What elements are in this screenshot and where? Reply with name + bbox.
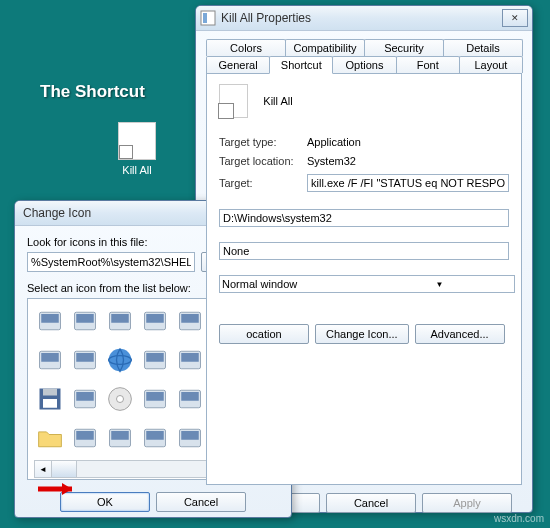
close-button[interactable]: ✕ [502,9,528,27]
svg-rect-46 [76,431,94,440]
shortcut-name-field[interactable] [260,93,509,109]
tab-security[interactable]: Security [364,39,444,56]
scroll-left-icon[interactable]: ◄ [35,461,52,477]
optical-icon[interactable] [139,344,171,376]
target-type-label: Target type: [219,136,307,148]
tab-content: Target type: Application Target location… [206,73,522,485]
startin-field[interactable] [219,209,509,227]
cancel-button[interactable]: Cancel [326,493,416,513]
svg-rect-52 [181,431,199,440]
watermark: wsxdn.com [494,513,544,524]
svg-rect-3 [41,314,59,323]
floppy2-icon[interactable] [139,383,171,415]
grid-icon[interactable] [174,422,206,454]
svg-rect-34 [76,392,94,401]
svg-rect-25 [181,353,199,362]
chip-icon[interactable] [139,305,171,337]
globe-icon[interactable] [104,344,136,376]
change-icon-button[interactable]: Change Icon... [315,324,409,344]
app-icon [219,84,248,118]
svg-rect-38 [146,392,164,401]
svg-point-20 [109,349,132,372]
tab-layout[interactable]: Layout [459,56,523,73]
target-type-value: Application [307,136,509,148]
svg-rect-50 [146,431,164,440]
shortcut-icon: ↗ [118,122,156,160]
advanced-button[interactable]: Advanced... [415,324,505,344]
doc-icon[interactable] [34,344,66,376]
annotation-arrow [38,480,82,498]
drive4-icon[interactable] [69,422,101,454]
run-combo[interactable]: Normal window ▼ [219,275,515,293]
window-icon [200,10,216,26]
image-icon[interactable] [69,305,101,337]
tabs: Colors Compatibility Security Details Ge… [206,39,522,485]
floppy-icon[interactable] [34,383,66,415]
icon-path-field[interactable] [27,252,195,272]
properties-titlebar[interactable]: Kill All Properties ✕ [196,6,532,31]
svg-rect-1 [203,13,207,23]
cd-icon[interactable] [104,383,136,415]
chevron-down-icon: ▼ [367,277,512,291]
keyboard-icon[interactable] [139,422,171,454]
properties-title: Kill All Properties [221,11,311,25]
scroll-thumb[interactable] [52,461,77,477]
annotation-title: The Shortcut [40,82,145,102]
tab-general[interactable]: General [206,56,270,73]
target-label: Target: [219,177,307,189]
tab-font[interactable]: Font [396,56,460,73]
svg-rect-7 [111,314,129,323]
open-location-button[interactable]: ocation [219,324,309,344]
properties-window: Kill All Properties ✕ Colors Compatibili… [195,5,533,513]
svg-rect-31 [43,389,57,396]
target-location-value: System32 [307,155,509,167]
tab-colors[interactable]: Colors [206,39,286,56]
svg-rect-9 [146,314,164,323]
netdrive-icon[interactable] [174,383,206,415]
change-icon-title: Change Icon [23,206,91,220]
file-icon[interactable] [34,305,66,337]
svg-rect-40 [181,392,199,401]
hdd-icon[interactable] [69,344,101,376]
tab-shortcut[interactable]: Shortcut [269,56,333,74]
svg-rect-48 [111,431,129,440]
folder-icon[interactable] [34,422,66,454]
shortcut-label: Kill All [113,164,161,176]
svg-point-36 [117,396,124,403]
cd3-icon[interactable] [104,422,136,454]
svg-rect-19 [76,353,94,362]
shortcutkey-field[interactable] [219,242,509,260]
tab-details[interactable]: Details [443,39,523,56]
svg-rect-5 [76,314,94,323]
target-location-label: Target location: [219,155,307,167]
svg-rect-17 [41,353,59,362]
drive2-icon[interactable] [174,344,206,376]
tab-options[interactable]: Options [332,56,396,73]
cancel-button[interactable]: Cancel [156,492,246,512]
svg-rect-32 [43,399,57,408]
apply-button[interactable]: Apply [422,493,512,513]
svg-rect-23 [146,353,164,362]
tab-compatibility[interactable]: Compatibility [285,39,365,56]
drive3-icon[interactable] [69,383,101,415]
app-icon[interactable] [104,305,136,337]
svg-rect-11 [181,314,199,323]
target-field[interactable] [307,174,509,192]
desktop-shortcut[interactable]: ↗ Kill All [113,122,161,176]
disc-icon[interactable] [174,305,206,337]
run-value: Normal window [222,278,367,290]
